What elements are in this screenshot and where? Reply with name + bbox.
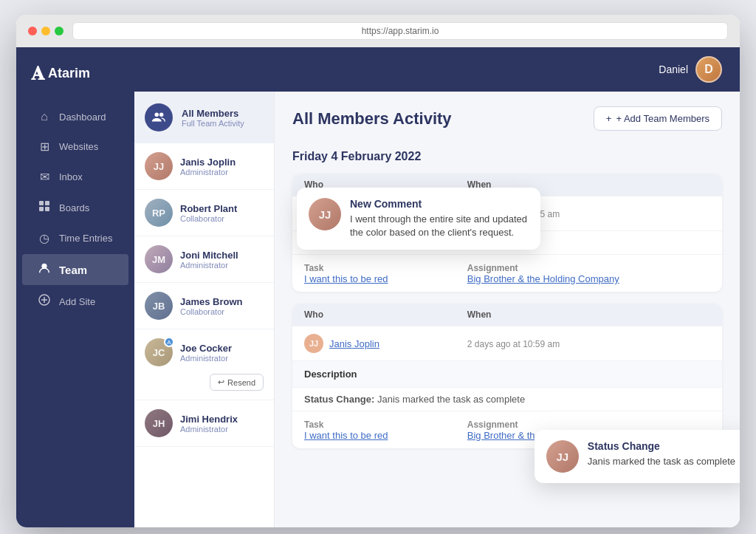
task-row-1: Task I want this to be red Assignment Bi… [292,255,722,292]
sidebar-nav: ⌂ Dashboard ⊞ Websites ✉ Inbox [16,103,134,513]
boards-icon [37,200,52,215]
member-item-joni[interactable]: JM Joni Mitchell Administrator [134,236,274,283]
sidebar-logo: 𝐀 Atarim [16,62,134,103]
app-header: Daniel D [134,47,740,92]
url-bar[interactable]: https://app.starim.io [72,22,728,40]
svg-rect-2 [39,207,44,211]
sidebar-item-add-site[interactable]: Add Site [22,287,128,316]
sidebar-item-time-entries[interactable]: ◷ Time Entries [22,224,128,253]
tooltip-body-new-comment: New Comment I went through the entire si… [350,198,529,239]
member-info-janis: Janis Joplin Administrator [180,157,236,177]
tooltip-new-comment: JJ New Comment I went through the entire… [297,188,540,250]
member-avatar-james: JB [145,292,173,320]
resend-button[interactable]: ↩ Resend [210,374,264,391]
sidebar-item-dashboard[interactable]: ⌂ Dashboard [22,103,128,131]
sidebar-item-inbox[interactable]: ✉ Inbox [22,162,128,191]
browser-window: https://app.starim.io 𝐀 Atarim ⌂ Dashboa… [16,15,740,527]
assn-link-1[interactable]: Big Brother & the Holding Company [467,273,619,284]
assignment-cell-1: Assignment Big Brother & the Holding Com… [456,255,722,292]
svg-point-6 [155,113,159,117]
browser-titlebar: https://app.starim.io [16,15,740,47]
all-members-title: All Members [182,108,244,119]
status-change-text: Janis marked the task as complete [377,394,525,405]
header-username: Daniel [659,64,688,75]
team-panel: All Members Full Team Activity JJ Janis … [134,92,275,527]
task-cell-2: Task I want this to be red [292,411,456,449]
all-members-icon [145,103,173,131]
header-user: Daniel D [659,56,722,83]
all-members-subtitle: Full Team Activity [182,119,244,128]
sidebar-item-boards[interactable]: Boards [22,193,128,222]
add-site-icon [37,294,52,309]
who-link-2[interactable]: Janis Joplin [329,338,379,349]
resend-icon: ↩ [218,377,224,387]
all-members-text: All Members Full Team Activity [182,108,244,128]
member-info-joe: Joe Cocker Administrator [180,343,232,363]
activity-header: All Members Activity + + Add Team Member… [292,106,722,138]
user-avatar[interactable]: D [695,56,722,83]
col-who-2: Who [292,304,456,326]
member-info-jimi: Jimi Hendrix Administrator [180,414,238,434]
add-team-button[interactable]: + + Add Team Members [594,106,722,131]
member-avatar-robert: RP [145,199,173,227]
col-when-2: When [456,304,722,326]
sidebar-item-websites[interactable]: ⊞ Websites [22,132,128,161]
svg-rect-0 [39,201,44,205]
content-area: All Members Full Team Activity JJ Janis … [134,92,740,527]
browser-dots [28,27,63,35]
team-icon [37,261,52,278]
inbox-icon: ✉ [37,170,52,184]
avatar-initials: D [697,58,721,81]
sidebar-item-team[interactable]: Team [22,254,128,285]
table-row: JJ Janis Joplin 2 days ago at 10:59 am [292,326,722,361]
member-avatar-jimi: JH [145,409,173,437]
task-link-1[interactable]: I want this to be red [304,273,388,284]
close-dot[interactable] [28,27,37,35]
member-badge-joe: A [164,337,174,347]
minimize-dot[interactable] [41,27,50,35]
main-content: Daniel D [134,47,740,527]
page-title-section: All Members Activity [292,109,452,129]
desc-label-row: Description [292,361,722,388]
tooltip-title-status: Status Change [588,440,735,452]
member-item-james[interactable]: JB James Brown Collaborator [134,283,274,329]
member-avatar-joni: JM [145,245,173,273]
desc-row-2: Status Change: Janis marked the task as … [292,388,722,411]
member-info-james: James Brown Collaborator [180,296,243,316]
add-team-label: + Add Team Members [616,113,709,124]
tooltip-title-new-comment: New Comment [350,198,529,210]
activity-panel: All Members Activity + + Add Team Member… [275,92,740,527]
member-item-jimi[interactable]: JH Jimi Hendrix Administrator [134,400,274,447]
member-item-robert[interactable]: RP Robert Plant Collaborator [134,190,274,236]
when-cell-2: 2 days ago at 10:59 am [456,326,722,361]
member-avatar-janis: JJ [145,152,173,180]
member-item-joe[interactable]: JC A Joe Cocker Administrator ↩ Resend [134,329,274,400]
tooltip-status-change: JJ Status Change Janis marked the task a… [535,430,740,483]
time-icon: ◷ [37,231,52,245]
svg-point-7 [159,113,164,117]
websites-icon: ⊞ [37,140,52,154]
member-info-joni: Joni Mitchell Administrator [180,250,238,270]
maximize-dot[interactable] [55,27,63,35]
page-title: All Members Activity [292,109,452,129]
tooltip-avatar-new-comment: JJ [309,198,341,230]
member-avatar-joe: JC A [145,338,173,366]
tooltip-avatar-status: JJ [546,440,579,473]
tooltip-body-status: Status Change Janis marked the task as c… [588,440,735,468]
date-header: Friday 4 February 2022 [292,150,722,163]
svg-rect-1 [45,201,49,205]
task-link-2[interactable]: I want this to be red [304,430,388,441]
activity-table-2: Who When JJ Janis Joplin [292,304,722,448]
task-cell-1: Task I want this to be red [292,255,456,292]
sidebar: 𝐀 Atarim ⌂ Dashboard ⊞ Websites ✉ Inbox [16,47,134,527]
svg-rect-3 [45,207,49,211]
all-members-row[interactable]: All Members Full Team Activity [134,92,274,143]
tooltip-text-status: Janis marked the task as complete [588,455,735,468]
member-item-janis[interactable]: JJ Janis Joplin Administrator [134,143,274,190]
who-cell-2: JJ Janis Joplin [292,326,456,361]
desc-label-2: Description [292,361,722,388]
add-team-icon: + [606,113,612,124]
app-container: 𝐀 Atarim ⌂ Dashboard ⊞ Websites ✉ Inbox [16,47,740,527]
desc-text-2: Status Change: Janis marked the task as … [292,388,722,411]
dashboard-icon: ⌂ [37,110,52,123]
